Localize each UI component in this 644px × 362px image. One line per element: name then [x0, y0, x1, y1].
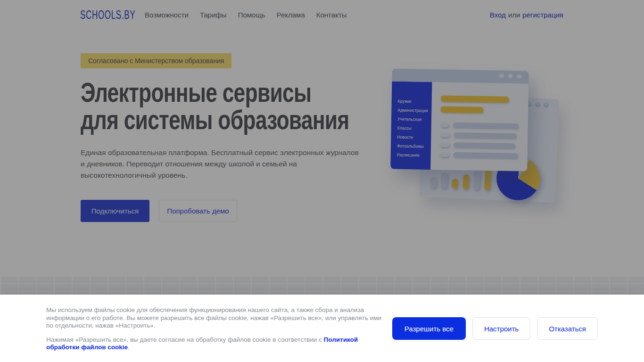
cookie-consent-banner: Мы используем файлы cookie для обеспечен… — [0, 295, 644, 362]
cookie-paragraph-2-period: . — [128, 344, 130, 351]
cookie-paragraph-2: Нажимая «Разрешить все», вы даете соглас… — [46, 336, 386, 352]
cookie-consent-text: Мы используем файлы cookie для обеспечен… — [46, 306, 386, 352]
cookie-paragraph-2-text: Нажимая «Разрешить все», вы даете соглас… — [46, 336, 324, 343]
allow-all-cookies-button[interactable]: Разрешить все — [392, 317, 466, 340]
decline-cookies-button[interactable]: Отказаться — [537, 317, 598, 340]
configure-cookies-button[interactable]: Настроить — [472, 317, 530, 340]
cookie-buttons: Разрешить все Настроить Отказаться — [392, 317, 598, 340]
cookie-paragraph-1: Мы используем файлы cookie для обеспечен… — [46, 306, 386, 330]
